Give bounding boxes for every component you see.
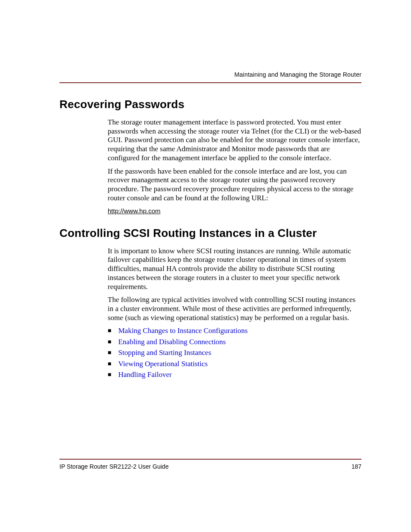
body-paragraph: It is important to know where SCSI routi… (108, 247, 361, 292)
footer-rule (59, 459, 361, 460)
link-viewing-statistics[interactable]: Viewing Operational Statistics (118, 360, 208, 368)
bullet-icon: ■ (108, 327, 111, 335)
bullet-icon: ■ (108, 370, 111, 379)
list-item: ■ Stopping and Starting Instances (108, 348, 361, 357)
bullet-list: ■ Making Changes to Instance Configurati… (108, 327, 361, 379)
link-making-changes[interactable]: Making Changes to Instance Configuration… (118, 327, 247, 335)
bullet-icon: ■ (108, 348, 111, 357)
header-rule (59, 82, 361, 83)
link-stopping-starting[interactable]: Stopping and Starting Instances (118, 348, 211, 357)
footer-guide-title: IP Storage Router SR2122-2 User Guide (59, 463, 168, 470)
link-handling-failover[interactable]: Handling Failover (118, 370, 171, 379)
heading-recovering-passwords: Recovering Passwords (59, 98, 361, 111)
list-item: ■ Handling Failover (108, 370, 361, 379)
list-item: ■ Enabling and Disabling Connections (108, 338, 361, 346)
body-paragraph: The storage router management interface … (108, 118, 361, 163)
page-body: Maintaining and Managing the Storage Rou… (59, 71, 361, 467)
list-item: ■ Making Changes to Instance Configurati… (108, 327, 361, 335)
list-item: ■ Viewing Operational Statistics (108, 360, 361, 368)
body-paragraph: If the passwords have been enabled for t… (108, 167, 361, 203)
hp-url-link[interactable]: http://www.hp.com (108, 207, 361, 215)
heading-controlling-scsi: Controlling SCSI Routing Instances in a … (59, 227, 361, 240)
bullet-icon: ■ (108, 360, 111, 368)
page-footer: IP Storage Router SR2122-2 User Guide 18… (59, 463, 361, 470)
running-header: Maintaining and Managing the Storage Rou… (59, 71, 361, 78)
footer-page-number: 187 (352, 463, 361, 470)
link-enabling-disabling[interactable]: Enabling and Disabling Connections (118, 338, 226, 346)
bullet-icon: ■ (108, 338, 111, 346)
body-paragraph: The following are typical activities inv… (108, 296, 361, 322)
